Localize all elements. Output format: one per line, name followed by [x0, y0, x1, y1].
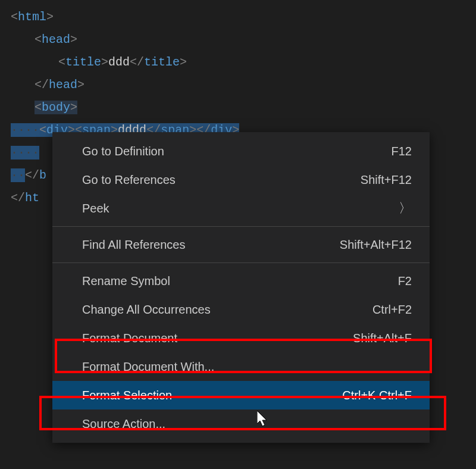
- menu-item-label: Change All Occurrences: [82, 301, 361, 318]
- menu-item-shortcut: Ctrl+F2: [361, 301, 412, 318]
- menu-item-shortcut: Ctrl+K Ctrl+F: [330, 387, 412, 404]
- menu-item-shortcut: F12: [380, 143, 412, 160]
- menu-separator: [52, 262, 430, 263]
- menu-go-to-definition[interactable]: Go to Definition F12: [52, 137, 430, 165]
- menu-item-label: Go to References: [82, 171, 349, 188]
- code-line: <title>ddd</title>: [11, 51, 476, 74]
- menu-item-label: Find All References: [82, 236, 328, 253]
- menu-go-to-references[interactable]: Go to References Shift+F12: [52, 165, 430, 194]
- menu-item-label: Peek: [82, 200, 399, 217]
- menu-change-all-occurrences[interactable]: Change All Occurrences Ctrl+F2: [52, 295, 430, 324]
- menu-item-label: Format Document With...: [82, 358, 400, 375]
- menu-item-shortcut: Shift+F12: [349, 171, 412, 188]
- menu-item-shortcut: F2: [386, 273, 412, 289]
- menu-item-label: Go to Definition: [82, 143, 380, 160]
- menu-item-label: Source Action...: [82, 415, 400, 432]
- code-line: </head>: [11, 74, 476, 96]
- menu-format-selection[interactable]: Format Selection Ctrl+K Ctrl+F: [52, 381, 430, 409]
- menu-format-document-with[interactable]: Format Document With...: [52, 352, 430, 381]
- context-menu: Go to Definition F12 Go to References Sh…: [52, 132, 430, 443]
- menu-item-label: Rename Symbol: [82, 273, 386, 289]
- code-line: <body>: [11, 96, 476, 119]
- menu-peek[interactable]: Peek 〉: [52, 194, 430, 223]
- code-line: <head>: [11, 29, 476, 51]
- menu-item-label: Format Selection: [82, 387, 330, 404]
- menu-item-label: Format Document: [82, 330, 341, 346]
- menu-rename-symbol[interactable]: Rename Symbol F2: [52, 267, 430, 295]
- menu-separator: [52, 226, 430, 227]
- menu-item-shortcut: Shift+Alt+F: [341, 330, 412, 346]
- code-line: <html>: [11, 6, 476, 29]
- menu-find-all-references[interactable]: Find All References Shift+Alt+F12: [52, 230, 430, 259]
- menu-format-document[interactable]: Format Document Shift+Alt+F: [52, 324, 430, 352]
- chevron-right-icon: 〉: [399, 200, 412, 217]
- menu-item-shortcut: Shift+Alt+F12: [328, 236, 412, 253]
- menu-source-action[interactable]: Source Action...: [52, 409, 430, 438]
